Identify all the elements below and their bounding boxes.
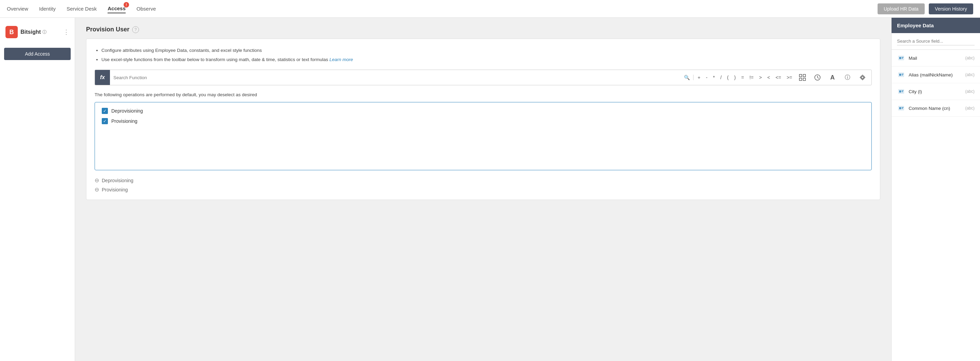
field-name-common-name: Common Name (cn) [908, 106, 962, 111]
panel-search [892, 33, 980, 50]
field-type-city: (abc) [965, 89, 975, 94]
provision-user-header: Provision User ? [86, 26, 880, 33]
checkbox-area: ✓ Deprovisioning ✓ Provisioning [95, 102, 872, 170]
employee-data-panel: Employee Data Mail (abc) [891, 18, 980, 361]
logo-icon: B [5, 26, 18, 38]
field-icon-mail [897, 54, 905, 62]
excluded-provisioning-label: Provisioning [102, 187, 128, 192]
op-open-paren[interactable]: ( [727, 75, 729, 80]
field-mail[interactable]: Mail (abc) [892, 50, 980, 66]
deprovisioning-checkbox[interactable]: ✓ [102, 108, 108, 114]
field-icon-city [897, 87, 905, 95]
op-gte[interactable]: >= [787, 75, 792, 80]
field-type-alias: (abc) [965, 72, 975, 77]
svg-rect-10 [899, 57, 901, 59]
formula-operators: + - * / ( ) = != > < <= >= [694, 70, 872, 85]
settings-icon[interactable] [858, 73, 867, 82]
text-icon[interactable]: A [828, 73, 837, 82]
info-list: Configure attributes using Employee Data… [95, 46, 872, 64]
field-name-mail: Mail [908, 55, 962, 61]
excluded-deprovisioning-label: Deprovisioning [102, 178, 134, 183]
svg-rect-2 [799, 78, 802, 81]
op-equals[interactable]: = [741, 75, 744, 80]
op-close-paren[interactable]: ) [734, 75, 736, 80]
info-bullet-1: Configure attributes using Employee Data… [102, 46, 872, 55]
layout: B Bitsight ⓘ ⋮ Add Access Provision User… [0, 18, 980, 361]
field-alias[interactable]: Alias (mailNickName) (abc) [892, 66, 980, 83]
svg-rect-21 [898, 106, 904, 110]
panel-items: Mail (abc) Alias (mailNickName) (abc) [892, 50, 980, 361]
learn-more-link[interactable]: Learn more [329, 57, 353, 62]
excluded-deprovisioning: ⊖ Deprovisioning [95, 177, 872, 184]
info-bullet-2: Use excel-style functions from the toolb… [102, 55, 872, 64]
nav-items: Overview Identity Service Desk Access ! … [7, 4, 878, 13]
upload-hr-button[interactable]: Upload HR Data [878, 3, 925, 14]
clock-icon[interactable] [813, 73, 822, 82]
field-type-mail: (abc) [965, 55, 975, 60]
op-less[interactable]: < [767, 75, 770, 80]
grid-icon[interactable] [798, 73, 807, 82]
op-lte[interactable]: <= [775, 75, 781, 80]
provision-user-help-icon[interactable]: ? [132, 26, 139, 33]
sidebar-menu-icon[interactable]: ⋮ [63, 28, 69, 36]
operations-text: The following operations are performed b… [95, 92, 872, 97]
provision-user-title: Provision User [86, 26, 129, 33]
field-type-common-name: (abc) [965, 106, 975, 111]
field-name-alias: Alias (mailNickName) [908, 72, 962, 78]
svg-rect-0 [799, 74, 802, 77]
formula-fx-icon: fx [95, 70, 110, 85]
svg-rect-17 [898, 89, 904, 93]
excluded-list: ⊖ Deprovisioning ⊖ Provisioning [95, 177, 872, 193]
svg-rect-13 [898, 73, 904, 77]
op-plus[interactable]: + [698, 75, 700, 80]
exclude-icon-2: ⊖ [95, 186, 99, 193]
formula-search-wrapper: 🔍 [110, 75, 694, 80]
panel-header: Employee Data [892, 18, 980, 33]
op-greater[interactable]: > [759, 75, 762, 80]
svg-rect-18 [899, 90, 901, 92]
provision-user-box: Configure attributes using Employee Data… [86, 38, 880, 200]
nav-actions: Upload HR Data Version History [878, 3, 973, 14]
provisioning-checkbox[interactable]: ✓ [102, 118, 108, 124]
checkbox-check-icon: ✓ [103, 109, 107, 113]
svg-rect-14 [899, 74, 901, 76]
logo-name: Bitsight ⓘ [21, 29, 46, 35]
panel-search-input[interactable] [897, 37, 975, 45]
sidebar-logo: B Bitsight ⓘ [5, 26, 46, 38]
op-minus[interactable]: - [706, 75, 708, 80]
formula-bar: fx 🔍 + - * / ( ) = != > < <= >= [95, 70, 872, 85]
checkbox-check-icon-2: ✓ [103, 119, 107, 124]
nav-observe[interactable]: Observe [137, 5, 156, 13]
nav-access[interactable]: Access ! [108, 4, 126, 13]
svg-rect-22 [899, 107, 901, 109]
field-city[interactable]: City (l) (abc) [892, 83, 980, 100]
op-not-equals[interactable]: != [749, 75, 754, 80]
svg-rect-9 [898, 56, 904, 60]
op-divide[interactable]: / [720, 75, 722, 80]
main-content: Provision User ? Configure attributes us… [75, 18, 891, 361]
field-icon-common-name [897, 104, 905, 112]
exclude-icon-1: ⊖ [95, 177, 99, 184]
version-history-button[interactable]: Version History [929, 3, 973, 14]
nav-identity[interactable]: Identity [39, 5, 56, 13]
svg-rect-3 [803, 78, 805, 81]
deprovisioning-label: Deprovisioning [111, 108, 143, 114]
formula-search-input[interactable] [113, 75, 682, 80]
svg-point-8 [861, 76, 865, 79]
checkbox-deprovisioning: ✓ Deprovisioning [102, 108, 865, 114]
info-icon[interactable]: ⓘ [843, 73, 852, 82]
access-badge: ! [124, 2, 129, 8]
field-common-name[interactable]: Common Name (cn) (abc) [892, 100, 980, 117]
logo-info-icon: ⓘ [42, 29, 46, 35]
op-multiply[interactable]: * [713, 75, 715, 80]
field-icon-alias [897, 71, 905, 79]
excluded-provisioning: ⊖ Provisioning [95, 186, 872, 193]
nav-service-desk[interactable]: Service Desk [67, 5, 97, 13]
add-access-button[interactable]: Add Access [4, 48, 71, 60]
svg-rect-1 [803, 74, 805, 77]
sidebar: B Bitsight ⓘ ⋮ Add Access [0, 18, 75, 361]
checkbox-provisioning: ✓ Provisioning [102, 118, 865, 124]
panel-title: Employee Data [897, 22, 934, 28]
search-icon: 🔍 [684, 75, 690, 80]
nav-overview[interactable]: Overview [7, 5, 28, 13]
